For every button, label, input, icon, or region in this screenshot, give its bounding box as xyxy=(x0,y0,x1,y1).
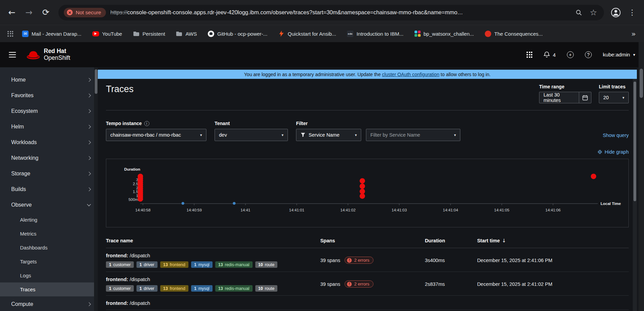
page-title: Traces xyxy=(106,84,134,103)
x-tick-label: 14:41:03 xyxy=(392,208,407,212)
not-secure-badge[interactable]: × Not secure xyxy=(64,8,106,17)
sidebar-item-builds[interactable]: Builds xyxy=(0,182,98,197)
calendar-icon[interactable] xyxy=(579,92,591,103)
sidebar-item-workloads[interactable]: Workloads xyxy=(0,135,98,150)
sidebar-item-helm[interactable]: Helm xyxy=(0,119,98,135)
x-tick-label: 14:41 xyxy=(241,208,251,212)
browser-scrollbar[interactable] xyxy=(639,42,644,311)
trace-point[interactable] xyxy=(182,202,184,205)
sidebar-item-home[interactable]: Home xyxy=(0,72,98,88)
bookmark-item[interactable]: edxIntroduction to IBM... xyxy=(343,29,407,39)
bookmark-item[interactable]: ✉Mail - Jeevan Darap... xyxy=(18,29,86,39)
forward-button[interactable]: → xyxy=(21,5,37,20)
chart-xlabel: Local Time xyxy=(601,202,621,206)
brand-logo[interactable]: Red Hat OpenShift xyxy=(26,48,70,61)
trace-point[interactable] xyxy=(360,193,365,199)
trace-point[interactable] xyxy=(137,196,143,202)
browser-scrollbar-thumb[interactable] xyxy=(640,69,643,98)
oauth-config-link[interactable]: cluster OAuth configuration xyxy=(382,72,439,77)
bookmarks-overflow-icon[interactable]: » xyxy=(628,30,639,38)
address-bar[interactable]: × Not secure https://console-openshift-c… xyxy=(58,5,604,20)
trace-point[interactable] xyxy=(360,189,365,194)
trace-point[interactable] xyxy=(233,202,236,205)
sidebar-item-logs[interactable]: Logs xyxy=(0,269,98,282)
trace-name-link[interactable]: frontend: /dispatch xyxy=(106,276,320,282)
content-scrollbar[interactable] xyxy=(633,79,637,311)
add-button[interactable]: + xyxy=(567,51,574,58)
bookmark-star-icon[interactable]: ☆ xyxy=(588,8,599,17)
filter-value-select[interactable]: Filter by Service Name ▾ xyxy=(366,129,460,141)
trace-point[interactable] xyxy=(591,174,596,179)
service-tag: 13 redis-manual xyxy=(215,285,253,292)
brand-text: Red Hat OpenShift xyxy=(44,48,70,61)
sidebar-item-ecosystem[interactable]: Ecosystem xyxy=(0,103,98,119)
sidebar-item-dashboards[interactable]: Dashboards xyxy=(0,241,98,255)
service-tag: 1 driver xyxy=(136,261,158,268)
sidebar-item-observe[interactable]: Observe xyxy=(0,197,98,213)
tenant-label: Tenant xyxy=(215,121,230,126)
trace-name-link[interactable]: frontend: /dispatch xyxy=(106,253,320,258)
header-spans[interactable]: Spans xyxy=(320,238,425,243)
browser-toolbar: ← → ⟳ × Not secure https://console-opens… xyxy=(0,0,644,25)
service-tag: 10 route xyxy=(255,261,278,268)
profile-avatar[interactable] xyxy=(609,5,623,20)
browser-menu-button[interactable]: ⋮ xyxy=(624,5,640,20)
help-button[interactable]: ? xyxy=(585,51,592,58)
sidebar-item-traces[interactable]: Traces xyxy=(0,282,98,296)
show-query-link[interactable]: Show query xyxy=(603,133,629,138)
chevron-right-icon xyxy=(87,172,91,175)
errors-badge: !2 errors xyxy=(345,280,373,288)
trace-start-time: December 15, 2025 at 2:41:06 PM xyxy=(477,258,629,263)
sidebar-item-favorites[interactable]: Favorites xyxy=(0,88,98,103)
apps-grid-icon[interactable] xyxy=(7,31,13,37)
time-range-dropdown[interactable]: Last 30 minutes xyxy=(539,92,591,103)
not-secure-icon: × xyxy=(67,10,73,15)
x-tick-label: 14:40:58 xyxy=(135,208,151,212)
zoom-icon[interactable] xyxy=(574,9,584,16)
hide-graph-link[interactable]: Hide graph xyxy=(605,149,629,155)
nav-toggle-icon[interactable] xyxy=(9,52,16,58)
app-launcher-icon[interactable] xyxy=(527,52,533,58)
limit-traces-dropdown[interactable]: 20 ▾ xyxy=(599,92,629,103)
bookmark-item[interactable]: Quickstart for Ansib... xyxy=(274,29,341,39)
header-duration[interactable]: Duration xyxy=(425,238,477,243)
sidebar-item-alerting[interactable]: Alerting xyxy=(0,213,98,227)
service-tag: 1 mysql xyxy=(191,261,213,268)
notifications-button[interactable]: 4 xyxy=(544,51,555,58)
sidebar-item-targets[interactable]: Targets xyxy=(0,255,98,269)
trace-scatter-chart: Duration3s2.5s2s1.5s1s500ms14:40:5814:40… xyxy=(106,159,629,227)
content-scrollbar-thumb[interactable] xyxy=(633,82,636,201)
github-favicon-icon xyxy=(208,31,214,37)
header-trace-name[interactable]: Trace name xyxy=(106,238,320,243)
bookmark-item[interactable]: AWS xyxy=(172,29,201,39)
table-row[interactable]: frontend: /dispatch1 customer1 driver13 … xyxy=(106,272,629,296)
sidebar-item-label: Networking xyxy=(11,155,38,161)
back-button[interactable]: ← xyxy=(4,5,20,20)
trace-point[interactable] xyxy=(360,184,365,189)
tempo-instance-select[interactable]: chainsaw-mmo-rbac / mmo-rbac ▾ xyxy=(106,129,206,141)
user-menu[interactable]: kube:admin ▾ xyxy=(603,52,635,58)
bookmark-item[interactable]: bp_watsonx_challen... xyxy=(410,29,478,39)
reload-button[interactable]: ⟳ xyxy=(38,5,54,20)
bookmark-item[interactable]: GitHub - ocp-power-... xyxy=(204,29,272,39)
sidebar-item-label: Workloads xyxy=(11,139,37,145)
info-icon[interactable]: i xyxy=(144,121,149,126)
sidebar-item-metrics[interactable]: Metrics xyxy=(0,227,98,241)
sidebar-scrollbar-thumb[interactable] xyxy=(95,69,97,94)
bookmark-item[interactable]: YouTube xyxy=(88,29,126,39)
filter-type-select[interactable]: Service Name ▾ xyxy=(296,129,361,141)
bookmark-item[interactable]: Persistent xyxy=(129,29,169,39)
service-tag: 1 driver xyxy=(136,285,158,292)
bolt-favicon-icon xyxy=(278,31,285,37)
trace-name-link[interactable]: frontend: /dispatch xyxy=(106,300,320,306)
header-start-time[interactable]: Start time↓ xyxy=(477,238,629,243)
table-row[interactable]: frontend: /dispatch1 customer1 driver13 … xyxy=(106,248,629,272)
sidebar-item-compute[interactable]: Compute xyxy=(0,296,98,311)
tenant-select[interactable]: dev ▾ xyxy=(215,129,288,141)
table-row[interactable]: frontend: /dispatch xyxy=(106,296,629,310)
trace-point[interactable] xyxy=(360,178,365,184)
sidebar-item-storage[interactable]: Storage xyxy=(0,166,98,182)
sidebar-item-networking[interactable]: Networking xyxy=(0,150,98,166)
sidebar-scrollbar[interactable] xyxy=(94,67,98,311)
bookmark-item[interactable]: The Consequences... xyxy=(481,29,547,39)
